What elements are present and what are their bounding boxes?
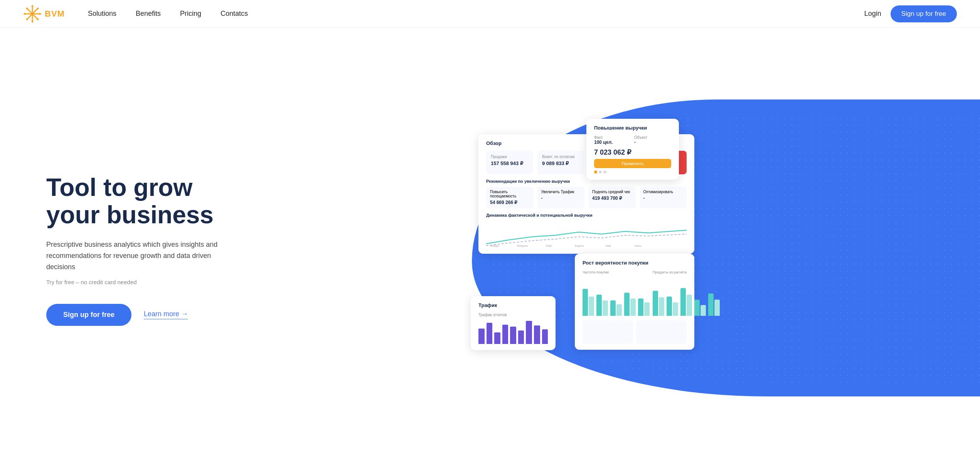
bar-light-4	[630, 298, 636, 316]
bar-light-5	[644, 302, 650, 316]
svg-text:Июнь: Июнь	[635, 244, 642, 247]
bar-r-teal-1	[653, 291, 658, 316]
traffic-bars	[478, 321, 548, 344]
hero-signup-button[interactable]: Sign up for free	[46, 304, 131, 326]
progress-dot-2	[599, 170, 602, 174]
svg-text:Май: Май	[606, 244, 611, 247]
hero-description: Prescriptive business analytics which gi…	[46, 239, 231, 272]
revenue-chart: Январь Февраль Март Апрель Май Июнь	[486, 221, 687, 248]
svg-point-5	[32, 20, 34, 22]
logo-icon	[23, 5, 42, 23]
purchase-charts: Частота покупки	[583, 270, 687, 316]
bar-light-1	[589, 297, 594, 316]
revenue-progress	[594, 170, 671, 174]
purchase-mini-2	[636, 320, 687, 344]
bar-group-r4	[694, 300, 706, 316]
logo-text: BVM	[45, 9, 65, 19]
nav-pricing[interactable]: Pricing	[180, 10, 201, 17]
rec-2: Увеличить Трафик -	[537, 187, 585, 208]
rec-3: Поднять средний чек 419 493 700 ₽	[588, 187, 636, 208]
purchase-bars-left	[583, 277, 650, 316]
traffic-bar-9	[542, 329, 548, 344]
purchase-card: Рост вероятности покупки Частота покупки	[575, 254, 694, 350]
bar-teal-2	[596, 295, 602, 316]
svg-point-11	[26, 18, 28, 20]
svg-point-8	[26, 7, 28, 9]
hero-title: Tool to grow your business	[46, 174, 467, 228]
purchase-mini-1	[583, 320, 633, 344]
traffic-bar-3	[494, 332, 500, 344]
svg-point-4	[32, 5, 34, 7]
rec-1: Повысить посещаемость 54 669 266 ₽	[486, 187, 534, 208]
traffic-bar-5	[510, 327, 516, 344]
logo-link[interactable]: BVM	[23, 5, 65, 23]
nav-signup-button[interactable]: Sign up for free	[891, 5, 957, 22]
progress-dot-3	[603, 170, 606, 174]
svg-point-12	[31, 12, 34, 15]
bar-group-2	[596, 295, 608, 316]
bar-teal-4	[624, 293, 630, 316]
purchase-card-title: Рост вероятности покупки	[583, 260, 687, 266]
revenue-action-button[interactable]: Применить	[594, 159, 671, 168]
progress-dot-1	[594, 170, 597, 174]
bar-r-light-1	[659, 297, 664, 316]
bar-group-r3	[680, 288, 692, 316]
rec-4: Оптимизировать -	[640, 187, 687, 208]
revenue-card-title: Повышение выручки	[594, 125, 671, 131]
metric-visits: Визит. по оплатам 9 089 833 ₽	[537, 151, 584, 174]
bar-group-r2	[667, 297, 678, 316]
chart-svg: Январь Февраль Март Апрель Май Июнь	[486, 221, 687, 248]
hero-actions: Sign up for free Learn more →	[46, 304, 467, 326]
purchase-chart-left: Частота покупки	[583, 270, 650, 316]
purchase-bars-right	[653, 277, 720, 316]
login-button[interactable]: Login	[864, 10, 881, 18]
svg-point-10	[37, 7, 39, 9]
traffic-sub-label: Трафик отчетов	[478, 313, 548, 317]
bar-r-light-3	[687, 295, 692, 316]
bar-r-teal-4	[694, 300, 700, 316]
svg-text:Март: Март	[546, 244, 553, 248]
svg-text:Апрель: Апрель	[575, 244, 584, 248]
svg-point-9	[37, 18, 39, 20]
bar-r-teal-5	[708, 293, 714, 316]
nav-contacts[interactable]: Contatcs	[221, 10, 248, 17]
bar-group-3	[610, 300, 622, 316]
traffic-bar-1	[478, 329, 485, 344]
bar-light-3	[616, 304, 622, 316]
revenue-stats-row: Факт. 100 цел. Объект -	[594, 135, 671, 145]
traffic-bar-8	[534, 325, 540, 344]
purchase-chart-right: Продукты из расчёта	[653, 270, 720, 316]
traffic-card-title: Трафик	[478, 302, 548, 308]
svg-point-7	[39, 13, 41, 15]
traffic-bar-7	[526, 321, 532, 344]
svg-text:Январь: Январь	[490, 244, 499, 248]
traffic-bar-4	[502, 325, 509, 344]
revenue-stat-2: Объект -	[634, 135, 671, 145]
chart-title: Динамика фактической и потенциальной выр…	[486, 213, 687, 217]
hero-content: Tool to grow your business Prescriptive …	[0, 151, 490, 349]
nav-solutions[interactable]: Solutions	[88, 10, 116, 17]
bar-r-teal-3	[680, 288, 686, 316]
bar-group-r1	[653, 291, 664, 316]
bar-light-2	[603, 300, 608, 316]
svg-text:Февраль: Февраль	[517, 244, 528, 248]
bar-teal-1	[583, 289, 588, 316]
recommendations-row: Повысить посещаемость 54 669 266 ₽ Увели…	[486, 187, 687, 208]
bar-teal-3	[610, 300, 616, 316]
hero-learn-more-link[interactable]: Learn more →	[144, 310, 188, 319]
traffic-bar-2	[487, 323, 493, 344]
traffic-bar-6	[518, 330, 524, 344]
revenue-stat-1: Факт. 100 цел.	[594, 135, 631, 145]
bar-r-teal-2	[667, 297, 672, 316]
bar-r-light-5	[714, 300, 720, 316]
nav-benefits[interactable]: Benefits	[136, 10, 161, 17]
bar-teal-5	[638, 298, 643, 316]
revenue-big-value: 7 023 062 ₽	[594, 148, 671, 157]
svg-point-6	[24, 13, 26, 15]
metric-sales: Продажи 157 558 943 ₽	[486, 151, 533, 174]
purchase-bottom-charts	[583, 320, 687, 344]
hero-visuals: Повышение выручки Факт. 100 цел. Объект …	[490, 115, 980, 385]
bar-group-1	[583, 289, 594, 316]
hero-subtext: Try for free – no credit card needed	[46, 279, 467, 285]
bar-group-r5	[708, 293, 720, 316]
